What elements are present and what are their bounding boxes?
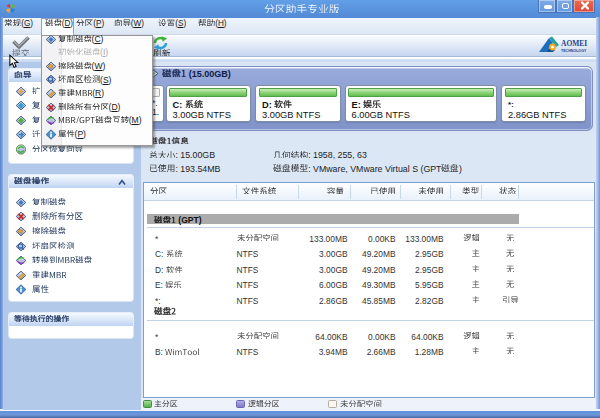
svg-text:TECHNOLOGY: TECHNOLOGY	[561, 49, 587, 53]
svg-text:AOMEI: AOMEI	[561, 39, 587, 48]
